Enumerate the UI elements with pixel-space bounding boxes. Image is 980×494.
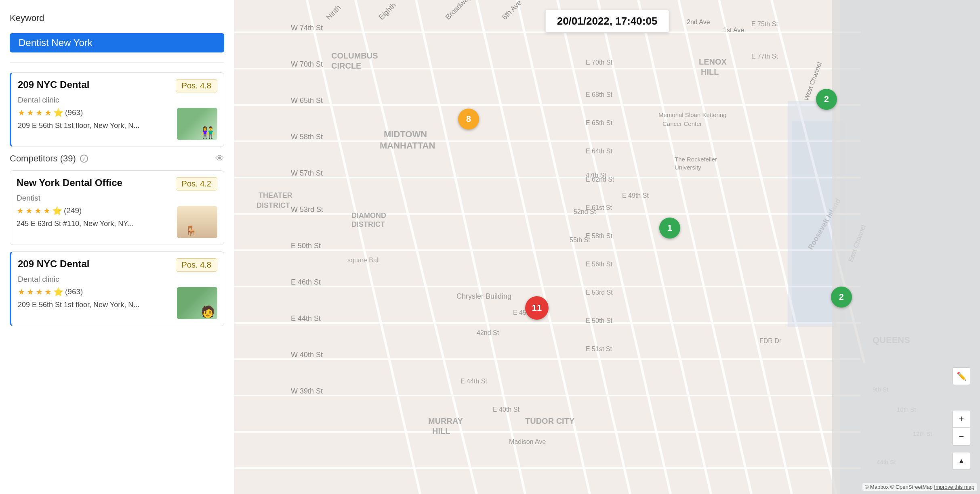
- svg-text:CIRCLE: CIRCLE: [331, 61, 361, 70]
- map-marker-2b[interactable]: 2: [831, 287, 852, 308]
- timestamp-text: 20/01/2022, 17:40:05: [557, 15, 658, 27]
- map-marker-11[interactable]: 11: [525, 296, 549, 320]
- left-panel: Keyword Dentist New York 209 NYC Dental …: [0, 0, 234, 494]
- main-listing-name: 209 NYC Dental: [18, 79, 89, 90]
- divider-1: [10, 62, 224, 63]
- svg-text:E 50th St: E 50th St: [291, 242, 321, 250]
- svg-text:Madison Ave: Madison Ave: [509, 438, 546, 445]
- svg-text:DIAMOND: DIAMOND: [351, 211, 386, 220]
- main-listing-body: ★ ★ ★ ★ ⭐ (963) 209 E 56th St 1st floor,…: [18, 108, 217, 140]
- main-listing-card: 209 NYC Dental Pos. 4.8 Dental clinic ★ …: [10, 72, 224, 147]
- svg-text:HILL: HILL: [432, 427, 450, 435]
- map-svg: W 74th St W 70th St W 65th St W 58th St …: [234, 0, 980, 494]
- competitor-1-stars: ★ ★ ★ ★ ⭐ (963): [18, 287, 172, 297]
- star-2: ★: [27, 108, 34, 117]
- svg-text:W 65th St: W 65th St: [291, 96, 323, 105]
- competitor-1-image: [177, 287, 217, 319]
- svg-text:E 44th St: E 44th St: [461, 378, 487, 385]
- competitor-1-header: 209 NYC Dental Pos. 4.8: [18, 258, 217, 272]
- main-listing-header: 209 NYC Dental Pos. 4.8: [18, 79, 217, 92]
- svg-text:E 70th St: E 70th St: [586, 59, 612, 66]
- main-listing-address: 209 E 56th St 1st floor, New York, N...: [18, 121, 172, 130]
- competitor-0-body: ★ ★ ★ ★ ⭐ (249) 245 E 63rd St #110, New …: [17, 206, 217, 238]
- main-listing-review-count: (963): [65, 108, 83, 117]
- svg-rect-97: [788, 101, 836, 327]
- competitor-0-type: Dentist: [17, 194, 217, 203]
- map-pencil-button[interactable]: ✏️: [953, 367, 970, 385]
- improve-map-link[interactable]: Improve this map: [934, 484, 974, 490]
- svg-text:COLUMBUS: COLUMBUS: [331, 51, 378, 60]
- main-listing-stars: ★ ★ ★ ★ ⭐ (963): [18, 108, 172, 117]
- svg-text:W 53rd St: W 53rd St: [291, 205, 323, 214]
- main-listing-pos-badge: Pos. 4.8: [176, 79, 217, 92]
- svg-text:E 77th St: E 77th St: [751, 53, 778, 60]
- competitor-0-info: ★ ★ ★ ★ ⭐ (249) 245 E 63rd St #110, New …: [17, 206, 172, 228]
- zoom-out-button[interactable]: −: [953, 428, 970, 446]
- svg-text:E 64th St: E 64th St: [586, 148, 612, 155]
- main-listing-photo: [177, 108, 217, 140]
- competitor-0-image: [177, 206, 217, 238]
- competitor-0-address: 245 E 63rd St #110, New York, NY...: [17, 220, 172, 228]
- svg-text:Memorial Sloan Kettering: Memorial Sloan Kettering: [658, 111, 726, 118]
- svg-text:W 57th St: W 57th St: [291, 169, 323, 177]
- svg-text:E 62nd St: E 62nd St: [586, 176, 614, 183]
- c0-star-half: ⭐: [52, 206, 62, 216]
- svg-text:42nd St: 42nd St: [477, 329, 499, 336]
- svg-text:E 61st St: E 61st St: [586, 204, 612, 211]
- competitor-1-body: ★ ★ ★ ★ ⭐ (963) 209 E 56th St 1st floor,…: [18, 287, 217, 319]
- svg-text:E 58th St: E 58th St: [586, 232, 612, 239]
- svg-text:1st Ave: 1st Ave: [723, 27, 744, 33]
- c0-star-2: ★: [25, 206, 33, 216]
- svg-text:University: University: [675, 164, 701, 171]
- competitor-1-name: 209 NYC Dental: [18, 258, 89, 270]
- c1-star-1: ★: [18, 287, 25, 297]
- competitor-1-type: Dental clinic: [18, 275, 217, 284]
- map-compass-button[interactable]: ▲: [953, 452, 970, 470]
- competitor-0-pos-badge: Pos. 4.2: [176, 177, 217, 190]
- svg-text:E 53rd St: E 53rd St: [586, 289, 613, 296]
- competitor-0-photo: [177, 206, 217, 238]
- map-marker-1[interactable]: 1: [659, 218, 680, 239]
- svg-text:W 74th St: W 74th St: [291, 24, 323, 32]
- svg-text:W 58th St: W 58th St: [291, 133, 323, 141]
- svg-text:E 56th St: E 56th St: [586, 261, 612, 268]
- svg-text:FDR Dr: FDR Dr: [759, 337, 782, 344]
- svg-text:square Ball: square Ball: [347, 257, 380, 264]
- map-marker-8[interactable]: 8: [458, 109, 479, 130]
- svg-text:E 49th St: E 49th St: [622, 192, 649, 199]
- svg-text:E 65th St: E 65th St: [586, 119, 612, 126]
- competitor-card-0: New York Dental Office Pos. 4.2 Dentist …: [10, 170, 224, 245]
- zoom-in-button[interactable]: +: [953, 410, 970, 428]
- keyword-badge[interactable]: Dentist New York: [10, 33, 224, 52]
- c1-star-half: ⭐: [53, 287, 63, 297]
- competitor-0-review-count: (249): [64, 206, 82, 215]
- c0-star-3: ★: [34, 206, 42, 216]
- svg-text:The Rockefeller: The Rockefeller: [675, 156, 717, 163]
- competitor-1-pos-badge: Pos. 4.8: [176, 258, 217, 272]
- map-marker-2a[interactable]: 2: [816, 89, 837, 110]
- keyword-label: Keyword: [10, 13, 224, 23]
- map-panel[interactable]: W 74th St W 70th St W 65th St W 58th St …: [234, 0, 980, 494]
- svg-text:LENOX: LENOX: [699, 57, 727, 66]
- map-attribution: © Mapbox © OpenStreetMap Improve this ma…: [862, 483, 977, 491]
- info-icon[interactable]: i: [80, 155, 88, 163]
- star-3: ★: [36, 108, 43, 117]
- competitors-label: Competitors (39): [10, 153, 76, 164]
- star-half: ⭐: [53, 108, 63, 117]
- svg-text:E 68th St: E 68th St: [586, 91, 612, 98]
- competitor-1-review-count: (963): [65, 287, 83, 296]
- competitor-card-1: 209 NYC Dental Pos. 4.8 Dental clinic ★ …: [10, 251, 224, 326]
- star-1: ★: [18, 108, 25, 117]
- svg-text:Chrysler Building: Chrysler Building: [456, 292, 511, 300]
- svg-text:HILL: HILL: [701, 67, 719, 76]
- c1-star-4: ★: [44, 287, 52, 297]
- star-4: ★: [44, 108, 52, 117]
- map-zoom-controls: + −: [953, 410, 970, 446]
- competitor-0-header: New York Dental Office Pos. 4.2: [17, 177, 217, 190]
- competitor-1-info: ★ ★ ★ ★ ⭐ (963) 209 E 56th St 1st floor,…: [18, 287, 172, 309]
- svg-text:E 50th St: E 50th St: [586, 317, 612, 324]
- svg-text:E 46th St: E 46th St: [291, 278, 321, 286]
- competitor-1-photo: [177, 287, 217, 319]
- eye-icon[interactable]: 👁: [215, 153, 224, 164]
- c0-star-1: ★: [17, 206, 24, 216]
